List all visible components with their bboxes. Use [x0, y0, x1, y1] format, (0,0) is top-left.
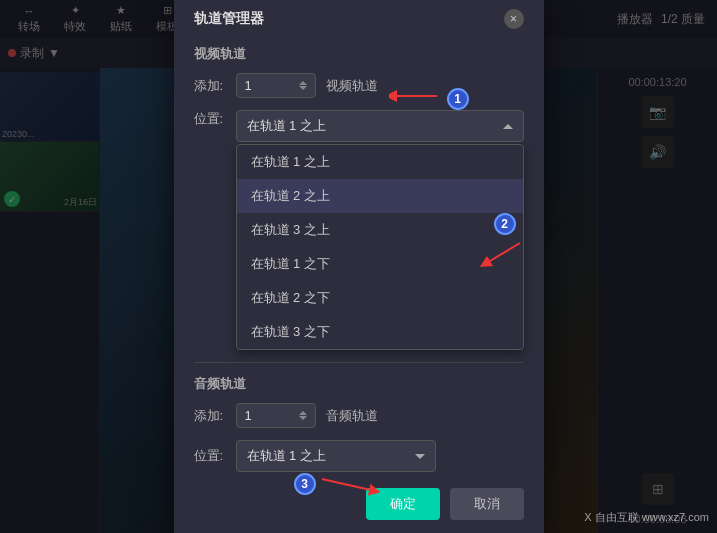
- chevron-down-icon: [415, 454, 425, 459]
- chevron-up-icon: [503, 124, 513, 129]
- dialog-title: 轨道管理器: [194, 10, 264, 28]
- audio-spinner-up[interactable]: [299, 411, 307, 415]
- video-track-unit: 视频轨道: [326, 77, 378, 95]
- step-2-badge: 2: [494, 213, 516, 235]
- cancel-button[interactable]: 取消: [450, 488, 524, 520]
- step-3-badge: 3: [294, 473, 316, 495]
- video-add-spinner[interactable]: [299, 81, 307, 90]
- audio-position-row: 位置: 在轨道 1 之上: [194, 440, 524, 472]
- step-1-label: 1: [454, 92, 461, 106]
- arrow-1: [389, 86, 439, 106]
- step-3-label: 3: [301, 477, 308, 491]
- dropdown-item-5[interactable]: 在轨道 3 之下: [237, 315, 523, 349]
- video-section-label: 视频轨道: [194, 45, 524, 63]
- audio-add-value: 1: [245, 408, 291, 423]
- arrow-2: [480, 239, 530, 269]
- dropdown-item-4[interactable]: 在轨道 2 之下: [237, 281, 523, 315]
- video-add-label: 添加:: [194, 77, 226, 95]
- audio-section-label: 音频轨道: [194, 375, 524, 393]
- video-position-row: 位置: 在轨道 1 之上 在轨道 1 之上 在轨道 2 之上 在轨道 3 之上 …: [194, 110, 524, 350]
- spinner-down-icon[interactable]: [299, 86, 307, 90]
- watermark: X 自由互联 www.xz7.com: [584, 510, 709, 525]
- audio-add-input[interactable]: 1: [236, 403, 316, 428]
- dropdown-item-1[interactable]: 在轨道 2 之上: [237, 179, 523, 213]
- audio-spinner-down[interactable]: [299, 416, 307, 420]
- position-select[interactable]: 在轨道 1 之上: [236, 110, 524, 142]
- section-divider: [194, 362, 524, 363]
- dialog-title-bar: 轨道管理器 ×: [194, 9, 524, 29]
- audio-add-label: 添加:: [194, 407, 226, 425]
- video-position-label: 位置:: [194, 110, 226, 128]
- dropdown-item-0[interactable]: 在轨道 1 之上: [237, 145, 523, 179]
- audio-track-unit: 音频轨道: [326, 407, 378, 425]
- step-1-badge: 1: [447, 88, 469, 110]
- step-2-label: 2: [501, 217, 508, 231]
- arrow-3: [320, 471, 380, 496]
- spinner-up-icon[interactable]: [299, 81, 307, 85]
- audio-section: 音频轨道 添加: 1 音频轨道 位置: 在轨道 1 之上: [194, 375, 524, 472]
- dialog-overlay: 轨道管理器 × 视频轨道 添加: 1 视频轨道 1: [0, 0, 717, 533]
- track-manager-dialog: 轨道管理器 × 视频轨道 添加: 1 视频轨道 1: [174, 0, 544, 533]
- dialog-footer: 3 确定 取消: [194, 488, 524, 520]
- video-add-input[interactable]: 1: [236, 73, 316, 98]
- audio-position-select[interactable]: 在轨道 1 之上: [236, 440, 436, 472]
- close-icon: ×: [510, 12, 517, 26]
- audio-position-value: 在轨道 1 之上: [247, 447, 415, 465]
- svg-line-1: [485, 243, 520, 264]
- dialog-close-button[interactable]: ×: [504, 9, 524, 29]
- video-add-value: 1: [245, 78, 291, 93]
- video-add-row: 添加: 1 视频轨道 1: [194, 73, 524, 98]
- svg-line-2: [322, 479, 375, 491]
- watermark-url: www.xz7.com: [642, 511, 709, 523]
- audio-add-spinner[interactable]: [299, 411, 307, 420]
- watermark-text: X 自由互联: [584, 511, 638, 523]
- audio-position-label: 位置:: [194, 447, 226, 465]
- audio-add-row: 添加: 1 音频轨道: [194, 403, 524, 428]
- position-selected-value: 在轨道 1 之上: [247, 117, 503, 135]
